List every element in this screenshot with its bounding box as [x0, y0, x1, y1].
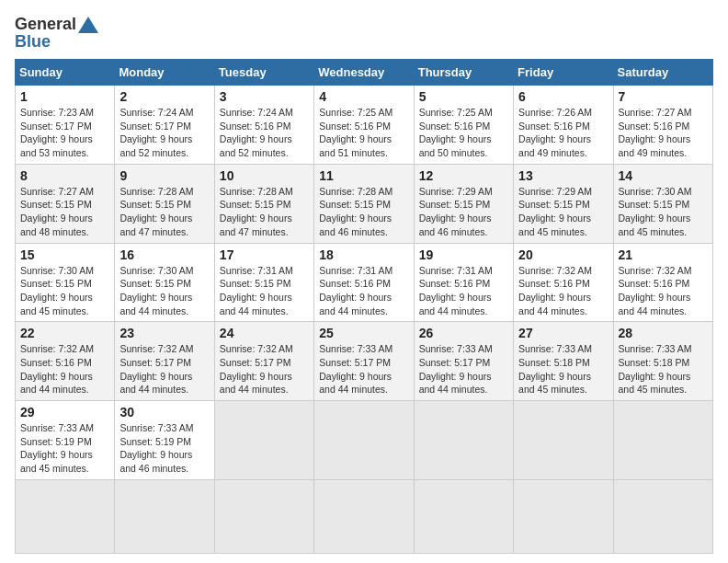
- calendar-row-4: 22 Sunrise: 7:32 AM Sunset: 5:16 PM Dayl…: [16, 322, 713, 401]
- logo-general-text: General: [15, 15, 76, 34]
- day-number: 1: [20, 89, 109, 104]
- day-info: Sunrise: 7:32 AM Sunset: 5:17 PM Dayligh…: [119, 342, 209, 396]
- calendar-row-6: [16, 479, 713, 553]
- day-number: 28: [619, 326, 708, 340]
- calendar-cell: 2 Sunrise: 7:24 AM Sunset: 5:17 PM Dayli…: [115, 86, 214, 165]
- weekday-header-saturday: Saturday: [613, 60, 712, 86]
- day-number: 23: [119, 326, 209, 340]
- daylight-text: Daylight: 9 hours and 45 minutes.: [518, 213, 591, 237]
- day-number: 6: [518, 89, 608, 104]
- day-info: Sunrise: 7:33 AM Sunset: 5:19 PM Dayligh…: [119, 421, 209, 476]
- calendar-cell: 30 Sunrise: 7:33 AM Sunset: 5:19 PM Dayl…: [115, 401, 214, 480]
- sunset-text: Sunset: 5:19 PM: [20, 436, 92, 447]
- sunrise-text: Sunrise: 7:30 AM: [119, 265, 193, 276]
- sunrise-text: Sunrise: 7:23 AM: [20, 107, 94, 118]
- sunrise-text: Sunrise: 7:30 AM: [619, 186, 692, 197]
- calendar-cell: 18 Sunrise: 7:31 AM Sunset: 5:16 PM Dayl…: [314, 243, 414, 322]
- day-number: 2: [119, 89, 209, 104]
- daylight-text: Daylight: 9 hours and 44 minutes.: [518, 292, 591, 316]
- calendar-cell: [613, 479, 712, 553]
- day-info: Sunrise: 7:32 AM Sunset: 5:16 PM Dayligh…: [518, 264, 608, 318]
- sunset-text: Sunset: 5:16 PM: [220, 121, 291, 132]
- sunrise-text: Sunrise: 7:29 AM: [518, 186, 592, 197]
- calendar-cell: [115, 479, 214, 553]
- calendar-cell: [613, 401, 712, 480]
- sunset-text: Sunset: 5:16 PM: [319, 278, 391, 289]
- calendar-cell: 25 Sunrise: 7:33 AM Sunset: 5:17 PM Dayl…: [314, 322, 414, 401]
- daylight-text: Daylight: 9 hours and 44 minutes.: [220, 292, 292, 316]
- sunset-text: Sunset: 5:16 PM: [20, 357, 92, 368]
- sunrise-text: Sunrise: 7:32 AM: [619, 265, 692, 276]
- daylight-text: Daylight: 9 hours and 49 minutes.: [619, 133, 691, 158]
- daylight-text: Daylight: 9 hours and 44 minutes.: [419, 371, 492, 396]
- calendar-row-5: 29 Sunrise: 7:33 AM Sunset: 5:19 PM Dayl…: [16, 401, 713, 480]
- daylight-text: Daylight: 9 hours and 50 minutes.: [419, 133, 492, 158]
- sunrise-text: Sunrise: 7:25 AM: [419, 107, 493, 118]
- day-number: 9: [119, 168, 209, 183]
- calendar-cell: 17 Sunrise: 7:31 AM Sunset: 5:15 PM Dayl…: [214, 243, 313, 322]
- calendar-cell: 23 Sunrise: 7:32 AM Sunset: 5:17 PM Dayl…: [115, 322, 214, 401]
- sunrise-text: Sunrise: 7:28 AM: [319, 186, 392, 197]
- day-info: Sunrise: 7:33 AM Sunset: 5:18 PM Dayligh…: [518, 342, 608, 396]
- calendar-cell: 24 Sunrise: 7:32 AM Sunset: 5:17 PM Dayl…: [214, 322, 313, 401]
- day-number: 21: [619, 247, 708, 262]
- day-info: Sunrise: 7:26 AM Sunset: 5:16 PM Dayligh…: [518, 106, 608, 160]
- daylight-text: Daylight: 9 hours and 49 minutes.: [518, 133, 591, 158]
- calendar-cell: 4 Sunrise: 7:25 AM Sunset: 5:16 PM Dayli…: [314, 86, 414, 165]
- day-info: Sunrise: 7:25 AM Sunset: 5:16 PM Dayligh…: [419, 106, 508, 160]
- weekday-header-tuesday: Tuesday: [214, 60, 313, 86]
- daylight-text: Daylight: 9 hours and 44 minutes.: [419, 292, 492, 316]
- page-header: General Blue: [15, 15, 713, 52]
- day-info: Sunrise: 7:32 AM Sunset: 5:16 PM Dayligh…: [619, 264, 708, 318]
- sunset-text: Sunset: 5:16 PM: [319, 121, 391, 132]
- calendar-cell: 9 Sunrise: 7:28 AM Sunset: 5:15 PM Dayli…: [115, 164, 214, 243]
- day-info: Sunrise: 7:27 AM Sunset: 5:16 PM Dayligh…: [619, 106, 708, 160]
- calendar-cell: [314, 401, 414, 480]
- day-number: 10: [220, 168, 309, 183]
- sunrise-text: Sunrise: 7:33 AM: [20, 422, 94, 433]
- calendar-row-2: 8 Sunrise: 7:27 AM Sunset: 5:15 PM Dayli…: [16, 164, 713, 243]
- calendar-cell: [414, 479, 513, 553]
- day-number: 19: [419, 247, 508, 262]
- weekday-header-monday: Monday: [115, 60, 214, 86]
- weekday-header-row: SundayMondayTuesdayWednesdayThursdayFrid…: [16, 60, 713, 86]
- calendar-table: SundayMondayTuesdayWednesdayThursdayFrid…: [15, 59, 713, 554]
- day-info: Sunrise: 7:32 AM Sunset: 5:16 PM Dayligh…: [20, 342, 109, 396]
- sunset-text: Sunset: 5:15 PM: [619, 199, 690, 210]
- day-info: Sunrise: 7:31 AM Sunset: 5:16 PM Dayligh…: [419, 264, 508, 318]
- sunrise-text: Sunrise: 7:31 AM: [419, 265, 493, 276]
- sunrise-text: Sunrise: 7:32 AM: [119, 343, 193, 354]
- daylight-text: Daylight: 9 hours and 45 minutes.: [619, 371, 691, 396]
- daylight-text: Daylight: 9 hours and 45 minutes.: [518, 371, 591, 396]
- daylight-text: Daylight: 9 hours and 44 minutes.: [619, 292, 691, 316]
- calendar-cell: 14 Sunrise: 7:30 AM Sunset: 5:15 PM Dayl…: [613, 164, 712, 243]
- day-info: Sunrise: 7:29 AM Sunset: 5:15 PM Dayligh…: [518, 185, 608, 239]
- daylight-text: Daylight: 9 hours and 44 minutes.: [119, 371, 192, 396]
- daylight-text: Daylight: 9 hours and 46 minutes.: [419, 213, 492, 237]
- day-info: Sunrise: 7:31 AM Sunset: 5:15 PM Dayligh…: [220, 264, 309, 318]
- calendar-row-3: 15 Sunrise: 7:30 AM Sunset: 5:15 PM Dayl…: [16, 243, 713, 322]
- day-number: 22: [20, 326, 109, 340]
- logo-blue-text: Blue: [15, 32, 51, 52]
- sunrise-text: Sunrise: 7:31 AM: [220, 265, 293, 276]
- daylight-text: Daylight: 9 hours and 44 minutes.: [119, 292, 192, 316]
- sunrise-text: Sunrise: 7:33 AM: [619, 343, 692, 354]
- calendar-cell: 15 Sunrise: 7:30 AM Sunset: 5:15 PM Dayl…: [16, 243, 115, 322]
- sunset-text: Sunset: 5:18 PM: [518, 357, 590, 368]
- calendar-cell: 10 Sunrise: 7:28 AM Sunset: 5:15 PM Dayl…: [214, 164, 313, 243]
- daylight-text: Daylight: 9 hours and 45 minutes.: [20, 292, 93, 316]
- sunset-text: Sunset: 5:15 PM: [20, 199, 92, 210]
- sunrise-text: Sunrise: 7:24 AM: [119, 107, 193, 118]
- logo-icon: [78, 17, 98, 33]
- daylight-text: Daylight: 9 hours and 44 minutes.: [319, 292, 392, 316]
- calendar-cell: 6 Sunrise: 7:26 AM Sunset: 5:16 PM Dayli…: [514, 86, 613, 165]
- sunset-text: Sunset: 5:17 PM: [20, 121, 92, 132]
- daylight-text: Daylight: 9 hours and 46 minutes.: [119, 449, 192, 474]
- weekday-header-thursday: Thursday: [414, 60, 513, 86]
- sunset-text: Sunset: 5:17 PM: [319, 357, 391, 368]
- weekday-header-wednesday: Wednesday: [314, 60, 414, 86]
- day-number: 17: [220, 247, 309, 262]
- day-number: 12: [419, 168, 508, 183]
- calendar-cell: 16 Sunrise: 7:30 AM Sunset: 5:15 PM Dayl…: [115, 243, 214, 322]
- day-number: 25: [319, 326, 408, 340]
